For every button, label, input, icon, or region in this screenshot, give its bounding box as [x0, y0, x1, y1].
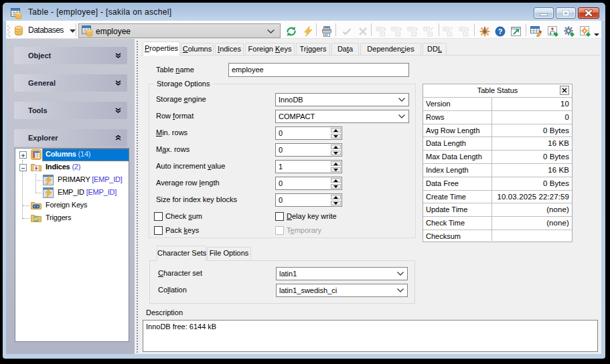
svg-text:?: ? — [498, 27, 503, 35]
